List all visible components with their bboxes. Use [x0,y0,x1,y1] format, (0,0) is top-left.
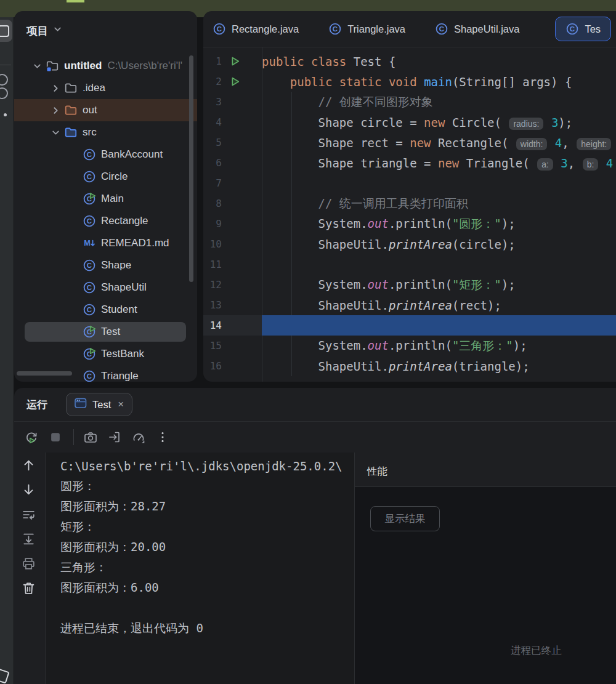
tree-item-circle[interactable]: CCircle [14,166,197,188]
code-line-2: 2 public static void main(String[] args)… [203,71,616,92]
editor-tab-shapeutil-java[interactable]: CShapeUtil.java [420,11,534,47]
down-icon[interactable] [20,481,36,497]
softwrap-icon[interactable] [20,506,36,522]
editor-tab-tes[interactable]: CTes [555,17,611,41]
tree-horizontal-scrollbar[interactable] [17,371,72,376]
tree-item-main[interactable]: CMain [14,188,197,210]
code-editor[interactable]: 1public class Test {2 public static void… [203,47,616,382]
stop-icon[interactable] [48,430,63,445]
close-icon[interactable]: × [118,398,124,411]
run-tool-window: 运行 Test × C:\Users\b're'ri'l\.jdks\openj… [14,388,616,684]
console-line: 矩形： [46,517,354,537]
tree-item-label: BankAccount [101,148,163,161]
bottom-tool-icon[interactable] [0,668,10,683]
more-icon[interactable] [155,430,170,445]
tool-window-stripe [0,17,14,684]
code-text: ShapeUtil.printArea(rect); [262,299,501,312]
rerun-icon[interactable] [24,430,39,445]
line-number: 11 [203,259,222,270]
scrollend-icon[interactable] [20,531,36,547]
run-tab-label: Test [92,399,111,411]
svg-text:C: C [439,25,445,33]
editor-tab-triangle-java[interactable]: CTriangle.java [314,11,420,47]
run-line-icon[interactable] [227,56,243,66]
tree-item-test[interactable]: CTest [14,321,197,343]
code-line-9: 9 System.out.println("圆形："); [203,214,616,234]
line-number: 7 [203,177,222,189]
profiler-icon[interactable] [131,430,146,445]
tree-item-remead1-md[interactable]: MREMEAD1.md [14,232,197,254]
code-line-7: 7 [203,173,616,193]
parameter-hint: b: [583,158,599,171]
run-line-icon[interactable] [227,76,243,87]
svg-text:M: M [84,239,91,247]
tree-item-student[interactable]: CStudent [14,299,197,321]
class-icon: C [213,22,226,36]
tree-item-src[interactable]: src [14,121,197,143]
class-icon: C [82,369,96,382]
toolbar-separator [73,429,74,445]
chevron-right-icon[interactable] [47,105,63,116]
run-tab-test[interactable]: Test × [66,393,132,416]
project-folder-icon [45,59,59,73]
class-icon: C [82,170,96,184]
editor-tab-rectangle-java[interactable]: CRectangle.java [203,11,314,47]
runnable-class-icon: C [82,347,96,361]
project-panel-title: 项目 [26,23,48,38]
tree-item-untitled[interactable]: untitledC:\Users\b're'ri'l' [14,55,197,77]
code-line-14: 14 [203,315,616,336]
chevron-right-icon[interactable] [47,83,63,94]
tree-item-label: untitled [64,60,102,72]
show-results-button[interactable]: 显示结果 [370,506,440,531]
project-tool-icon[interactable] [0,20,12,42]
tree-item-label: Main [101,193,124,205]
chevron-down-icon[interactable] [47,127,63,138]
class-icon: C [82,303,96,317]
tree-item-rectangle[interactable]: CRectangle [14,210,197,232]
tree-item-shape[interactable]: CShape [14,254,197,276]
tree-item-out[interactable]: out [14,99,197,121]
commit-tool-icon[interactable] [0,87,8,99]
commit-tool-icon[interactable] [0,74,8,86]
tree-item-bankaccount[interactable]: CBankAccount [14,143,197,166]
editor-tab-label: Rectangle.java [232,23,299,35]
line-number: 10 [203,238,222,250]
parameter-hint: a: [537,158,553,171]
line-number: 2 [203,76,222,87]
tree-item-testbank[interactable]: CTestBank [14,343,197,365]
tree-item-shapeutil[interactable]: CShapeUtil [14,276,197,299]
console-gutter [20,457,36,596]
svg-text:C: C [86,284,92,291]
tree-vertical-scrollbar[interactable] [189,55,193,282]
more-dot-icon[interactable] [4,113,7,116]
runnable-class-icon: C [82,325,96,339]
tree-item-label: src [83,126,97,139]
excluded-folder-icon [63,103,78,118]
line-number: 5 [203,137,222,148]
tree-item-label: Triangle [101,370,139,382]
tree-item-label: Circle [101,171,128,183]
trash-icon[interactable] [20,580,36,596]
up-icon[interactable] [20,457,36,473]
code-text: Shape triangle = new Triangle( a: 3, b: … [262,156,613,170]
screenshot-icon[interactable] [83,430,98,445]
code-text: System.out.println("矩形："); [262,277,516,293]
line-number: 14 [203,320,222,331]
line-number: 8 [203,198,222,209]
console-output[interactable]: C:\Users\b're'ri'l\.jdks\openjdk-25.0.2\… [46,456,354,684]
code-line-11: 11 [203,254,616,275]
print-icon[interactable] [20,555,36,571]
code-line-1: 1public class Test { [203,51,616,71]
svg-text:C: C [86,217,92,225]
console-line: C:\Users\b're'ri'l\.jdks\openjdk-25.0.2\ [46,456,354,476]
svg-text:C: C [333,25,338,33]
attach-icon[interactable] [107,430,122,445]
class-icon: C [435,22,448,36]
svg-text:C: C [217,25,222,33]
project-panel-header[interactable]: 项目 [26,23,63,38]
tree-item--idea[interactable]: .idea [14,77,197,99]
line-number: 1 [203,55,222,67]
chevron-down-icon[interactable] [29,61,45,71]
editor-area[interactable]: CRectangle.javaCTriangle.javaCShapeUtil.… [203,11,616,382]
code-line-3: 3 // 创建不同图形对象 [203,92,616,112]
